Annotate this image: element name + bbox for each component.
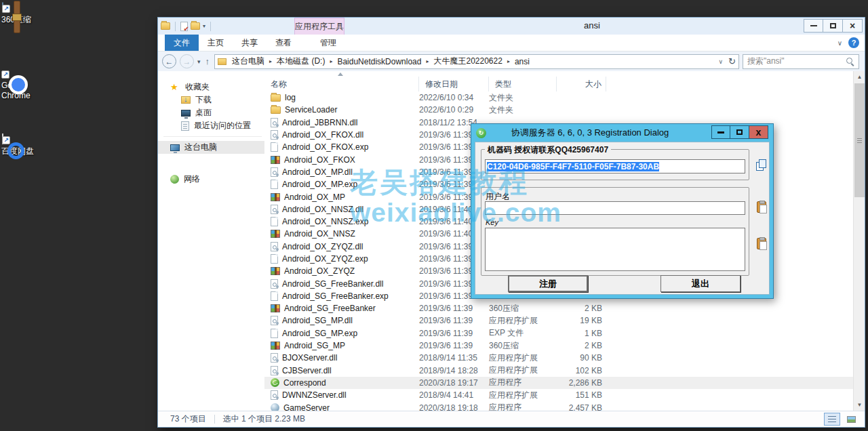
file-name: Android_OX_ZYQZ (284, 266, 355, 276)
sidebar-item-this-pc[interactable]: 这台电脑 (158, 141, 264, 154)
file-row[interactable]: DWNNZServer.dll2018/9/4 14:41应用程序扩展151 K… (264, 389, 853, 401)
breadcrumb-item[interactable]: 大牛魔王20220622 (433, 56, 502, 67)
column-header-date[interactable]: 修改日期 (419, 77, 489, 91)
properties-icon[interactable] (180, 22, 188, 31)
folder-icon (271, 106, 281, 114)
file-row[interactable]: CJBServer.dll2018/9/14 18:28应用程序扩展102 KB (264, 365, 853, 377)
machine-code-field[interactable]: C120-04D6-985F-F4F7-5110-F05F-7B87-30AB (485, 159, 745, 173)
tab-share[interactable]: 共享 (233, 35, 267, 51)
tab-view[interactable]: 查看 (267, 35, 300, 51)
column-header-name[interactable]: 名称 (264, 77, 419, 91)
new-folder-icon[interactable] (191, 22, 200, 30)
tab-manage[interactable]: 管理 (311, 35, 345, 51)
zip-icon (271, 267, 280, 275)
desktop-icon-label: 360压缩 (1, 15, 56, 25)
zip-icon (271, 342, 280, 350)
copy-icon[interactable] (756, 159, 767, 171)
file-row[interactable]: Android_SG_MP.exp2019/3/6 11:39EXP 文件1 K… (264, 327, 853, 340)
breadcrumb-item[interactable]: ansi (515, 57, 530, 66)
dialog-close-button[interactable] (749, 125, 768, 139)
details-view-button[interactable] (824, 413, 840, 426)
file-row[interactable]: log2022/6/10 0:34文件夹 (264, 91, 853, 104)
file-size-cell: 19 KB (557, 316, 606, 325)
back-button[interactable]: ← (162, 54, 176, 68)
file-name-cell: BJOXServer.dll (264, 353, 419, 363)
breadcrumb-item[interactable]: BaiduNetdiskDownload (337, 57, 421, 66)
address-dropdown-chevron-icon[interactable]: ∨ (719, 58, 724, 65)
shortcut-arrow-icon (2, 5, 10, 13)
forward-button[interactable]: → (180, 54, 194, 68)
scroll-up-arrow-icon[interactable]: ▲ (854, 71, 865, 83)
file-date-cell: 2019/3/6 11:39 (419, 316, 489, 325)
file-row[interactable]: BJOXServer.dll2018/9/14 11:35应用程序扩展90 KB (264, 352, 853, 364)
file-size-cell: 151 KB (557, 390, 606, 400)
up-button[interactable]: ↑ (205, 56, 210, 66)
status-bar: 73 个项目 选中 1 个项目 2.23 MB (158, 411, 865, 427)
search-icon[interactable] (846, 57, 854, 66)
file-row[interactable]: ServiceLoader2022/6/10 0:29文件夹 (264, 104, 853, 116)
file-name-cell: Android_SG_FreeBanker.dll (264, 279, 419, 289)
file-date-cell: 2018/9/4 14:41 (419, 390, 489, 400)
column-header-type[interactable]: 类型 (489, 77, 557, 91)
help-icon[interactable] (848, 37, 859, 48)
sidebar-item-favorites[interactable]: 收藏夹 (158, 81, 264, 94)
search-box[interactable]: 搜索"ansi" (743, 54, 859, 69)
vertical-scrollbar[interactable]: ▲ ▼ (853, 71, 865, 411)
address-bar[interactable]: 这台电脑▸本地磁盘 (D:)▸BaiduNetdiskDownload▸大牛魔王… (214, 54, 739, 69)
dialog-body: 机器码 授权请联系QQ425967407 C120-04D6-985F-F4F7… (475, 142, 770, 295)
thumbnails-view-button[interactable] (843, 413, 859, 426)
scroll-down-arrow-icon[interactable]: ▼ (854, 399, 865, 411)
file-date-cell: 2019/3/6 11:39 (419, 304, 489, 313)
desktop-icon-chrome[interactable]: Google Chrome (1, 68, 58, 101)
file-type-cell: 应用程序扩展 (489, 315, 557, 327)
dialog-minimize-button[interactable] (711, 125, 730, 139)
dll-icon (271, 316, 278, 325)
maximize-button[interactable] (823, 19, 843, 33)
navigation-pane: 收藏夹下载桌面最近访问的位置这台电脑网络 (158, 71, 264, 411)
file-type-cell: 360压缩 (489, 340, 557, 352)
refresh-icon[interactable]: ↻ (728, 56, 736, 66)
paste-icon[interactable] (757, 201, 766, 213)
sidebar-item-recent[interactable]: 最近访问的位置 (158, 119, 264, 132)
file-name: Android_OX_FKOX.exp (282, 142, 368, 152)
sidebar-item-desktop[interactable]: 桌面 (158, 106, 264, 119)
credentials-group: 用户名 Key (481, 187, 749, 276)
sidebar-item-network[interactable]: 网络 (158, 173, 264, 186)
breadcrumb-item[interactable]: 本地磁盘 (D:) (277, 56, 325, 67)
history-chevron-icon[interactable]: ▾ (197, 58, 201, 65)
scrollbar-thumb[interactable] (854, 83, 865, 197)
expand-ribbon-chevron-icon[interactable] (837, 39, 842, 47)
zip-icon (271, 156, 280, 164)
file-row[interactable]: Android_SG_MP2019/3/6 11:39360压缩2 KB (264, 340, 853, 352)
tab-file[interactable]: 文件 (165, 35, 199, 51)
desktop-icon-baidu-netdisk[interactable]: 百度网盘 (1, 134, 58, 157)
app-globe-icon (271, 403, 279, 411)
machine-code-group: 机器码 授权请联系QQ425967407 C120-04D6-985F-F4F7… (481, 149, 749, 180)
file-row[interactable]: Android_SG_FreeBanker2019/3/6 11:39360压缩… (264, 302, 853, 314)
machine-code-value: C120-04D6-985F-F4F7-5110-F05F-7B87-30AB (487, 162, 659, 171)
register-button[interactable]: 注册 (508, 275, 588, 292)
breadcrumb-item[interactable]: 这台电脑 (232, 56, 264, 67)
paste-icon[interactable] (757, 238, 766, 249)
minimize-button[interactable] (804, 19, 823, 33)
desktop-icon-360zip[interactable]: 360压缩 (1, 3, 58, 25)
exit-button[interactable]: 退出 (660, 275, 741, 292)
dll-icon (271, 118, 278, 127)
folder-icon (271, 94, 281, 102)
key-input[interactable] (485, 228, 745, 271)
file-row[interactable]: Correspond2020/3/18 19:17应用程序2,286 KB (264, 377, 853, 389)
column-header-size[interactable]: 大小 (557, 77, 606, 91)
registration-dialog: 协调服务器 6, 6, 0, 3 Registration Dialog 机器码… (471, 123, 774, 299)
explorer-titlebar[interactable]: ▾ 应用程序工具 ansi (158, 18, 865, 35)
close-button[interactable] (843, 19, 863, 33)
sidebar-divider (158, 154, 264, 163)
sidebar-item-downloads[interactable]: 下载 (158, 94, 264, 106)
dialog-titlebar[interactable]: 协调服务器 6, 6, 0, 3 Registration Dialog (475, 124, 770, 142)
qat-chevron-down-icon[interactable]: ▾ (203, 23, 205, 29)
tab-home[interactable]: 主页 (199, 35, 233, 51)
dialog-maximize-button[interactable] (730, 125, 749, 139)
username-input[interactable] (485, 201, 745, 215)
file-row[interactable]: GameServer2020/3/18 19:18应用程序2,457 KB (264, 401, 853, 411)
file-row[interactable]: Android_SG_MP.dll2019/3/6 11:39应用程序扩展19 … (264, 314, 853, 327)
file-name-cell: Android_OX_MP (264, 192, 419, 202)
